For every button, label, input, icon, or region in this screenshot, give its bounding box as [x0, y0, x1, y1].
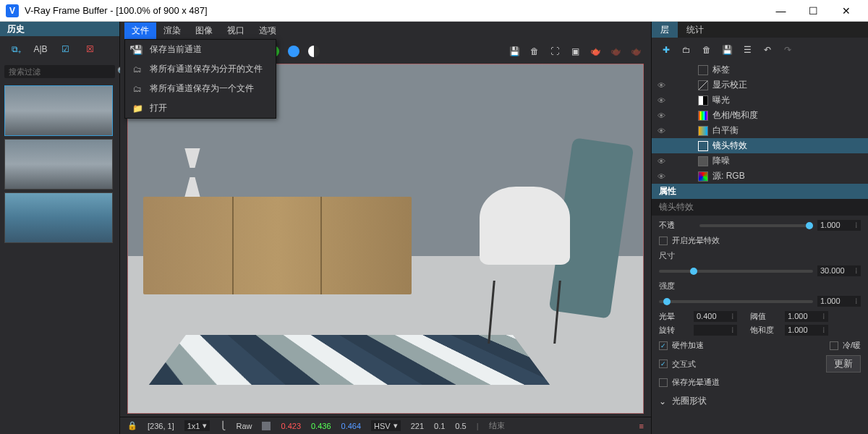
- check-icon[interactable]: ☑: [56, 42, 74, 56]
- menu-save-single[interactable]: 🗂将所有通道保存为一个文件: [125, 79, 276, 98]
- save-multi-icon: 🗂: [132, 64, 142, 75]
- statusbar: 🔒 [236, 1] 1x1▾ ⎩ Raw 0.423 0.436 0.464 …: [120, 417, 651, 434]
- save-layer-icon[interactable]: 💾: [720, 43, 734, 56]
- saturation-value[interactable]: 1.000⁞: [785, 325, 828, 336]
- delete-layer-icon[interactable]: 🗑: [699, 43, 714, 56]
- redo-icon[interactable]: ↷: [780, 43, 795, 56]
- colorspace-dropdown[interactable]: HSV▾: [371, 420, 401, 431]
- saturation-label: 饱和度: [750, 325, 779, 336]
- threshold-label: 阈值: [750, 311, 779, 322]
- right-panel: 层 统计 ✚ 🗀 🗑 💾 ☰ ↶ ↷ 标签 👁显示校正 👁曝光 👁色相/饱和度 …: [651, 22, 868, 434]
- save-single-icon: 🗂: [132, 84, 142, 94]
- history-header: 历史: [0, 22, 119, 36]
- minimize-button[interactable]: ―: [765, 0, 797, 22]
- expand-icon[interactable]: ≡: [639, 422, 644, 430]
- opacity-slider[interactable]: [699, 224, 813, 227]
- delete-tool-icon[interactable]: 🗑: [527, 43, 542, 59]
- layer-hue-sat[interactable]: 👁色相/饱和度: [652, 108, 868, 123]
- menu-file[interactable]: 文件: [124, 22, 156, 39]
- chevron-down-icon: ⌄: [659, 396, 666, 407]
- tab-layers[interactable]: 层: [652, 22, 678, 38]
- cold-warm-checkbox[interactable]: [830, 341, 838, 350]
- tab-stats[interactable]: 统计: [678, 22, 712, 38]
- menu-open[interactable]: 📁打开: [125, 98, 276, 118]
- history-thumb-3[interactable]: [4, 192, 113, 243]
- folder-icon: 📁: [132, 103, 142, 114]
- rotate-value[interactable]: ⁞: [694, 325, 737, 336]
- channel-bw[interactable]: [306, 43, 322, 59]
- intensity-slider[interactable]: [659, 300, 813, 303]
- menu-viewport[interactable]: 视口: [220, 22, 252, 39]
- channel-blue[interactable]: [286, 43, 302, 59]
- layers-toolbar: ✚ 🗀 🗑 💾 ☰ ↶ ↷: [652, 38, 868, 62]
- ab-icon[interactable]: A|B: [32, 42, 49, 56]
- region-tool-icon[interactable]: ⛶: [547, 43, 563, 59]
- delete-icon[interactable]: ☒: [81, 42, 98, 56]
- menu-image[interactable]: 图像: [188, 22, 220, 39]
- menu-save-current[interactable]: 💾保存当前通道: [125, 40, 276, 59]
- prop-intensity: 强度: [659, 281, 861, 292]
- teapot-render-icon[interactable]: 🫖: [587, 43, 603, 59]
- window-title: V-Ray Frame Buffer - [100.0% of 900 x 48…: [25, 5, 765, 16]
- layer-display-correction[interactable]: 👁显示校正: [652, 77, 868, 93]
- size-slider[interactable]: [659, 270, 813, 273]
- zoom-dropdown[interactable]: 1x1▾: [184, 420, 210, 431]
- history-sidebar: 历史 ⧉₊ A|B ☑ ☒ 🔍 ▾: [0, 22, 120, 434]
- status-s: 0.1: [434, 422, 445, 430]
- intensity-value[interactable]: 1.000⁞: [817, 296, 861, 307]
- frame-tool-icon[interactable]: ▣: [567, 43, 583, 59]
- search-input[interactable]: [4, 65, 113, 78]
- folder-layer-icon[interactable]: 🗀: [679, 43, 694, 56]
- threshold-value[interactable]: 1.000⁞: [785, 311, 828, 322]
- status-r: 0.423: [281, 422, 301, 430]
- layer-denoise[interactable]: 👁降噪: [652, 153, 868, 169]
- opacity-value[interactable]: 1.000⁞: [817, 220, 861, 231]
- add-icon[interactable]: ⧉₊: [7, 42, 25, 56]
- size-value[interactable]: 30.000⁞: [817, 265, 861, 276]
- menu-save-separate[interactable]: 🗂将所有通道保存为分开的文件: [125, 59, 276, 79]
- save-glare-checkbox[interactable]: [659, 378, 668, 387]
- update-button[interactable]: 更新: [826, 355, 861, 373]
- props-body: 不透 1.000⁞ 开启光晕特效 尺寸 30.000⁞ 强度 1.000⁞ 光晕…: [652, 216, 868, 392]
- save-tool-icon[interactable]: 💾: [506, 43, 522, 59]
- bloom-label: 光晕: [659, 311, 688, 322]
- close-button[interactable]: ✕: [830, 0, 862, 22]
- hw-accel-checkbox[interactable]: [659, 341, 668, 350]
- curve-icon[interactable]: ⎩: [220, 421, 226, 430]
- layer-white-balance[interactable]: 👁白平衡: [652, 123, 868, 138]
- layer-exposure[interactable]: 👁曝光: [652, 93, 868, 108]
- history-thumb-1[interactable]: [4, 85, 113, 136]
- status-h: 221: [411, 422, 424, 430]
- app-logo: V: [6, 4, 19, 17]
- menubar: 文件 渲染 图像 视口 选项: [120, 22, 651, 39]
- color-swatch: [262, 422, 271, 430]
- prop-enable-bloom[interactable]: 开启光晕特效: [659, 235, 861, 246]
- add-layer-icon[interactable]: ✚: [659, 43, 673, 56]
- status-mode: Raw: [236, 422, 252, 430]
- teapot-2-icon[interactable]: 🫖: [608, 43, 624, 59]
- status-g: 0.436: [311, 422, 331, 430]
- menu-options[interactable]: 选项: [252, 22, 284, 39]
- teapot-3-icon[interactable]: 🫖: [628, 43, 644, 59]
- layer-label[interactable]: 标签: [652, 62, 868, 77]
- history-toolbar: ⧉₊ A|B ☑ ☒: [0, 36, 119, 62]
- file-dropdown: 💾保存当前通道 🗂将所有通道保存为分开的文件 🗂将所有通道保存为一个文件 📁打开: [124, 39, 276, 119]
- status-b: 0.464: [341, 422, 362, 430]
- maximize-button[interactable]: ☐: [797, 0, 830, 22]
- layer-lens-fx[interactable]: 镜头特效: [652, 138, 868, 153]
- menu-render[interactable]: 渲染: [156, 22, 188, 39]
- titlebar: V V-Ray Frame Buffer - [100.0% of 900 x …: [0, 0, 868, 22]
- list-icon[interactable]: ☰: [740, 43, 754, 56]
- prop-opacity: 不透 1.000⁞: [659, 220, 861, 231]
- aperture-section[interactable]: ⌄ 光圈形状: [652, 392, 868, 410]
- rotate-label: 旋转: [659, 325, 688, 336]
- interactive-checkbox[interactable]: [659, 359, 668, 368]
- undo-icon[interactable]: ↶: [760, 43, 775, 56]
- status-end: 结束: [489, 420, 505, 431]
- bloom-value[interactable]: 0.400⁞: [694, 311, 737, 322]
- history-thumb-2[interactable]: [4, 139, 113, 190]
- lock-icon[interactable]: 🔒: [127, 421, 137, 430]
- layer-source[interactable]: 👁源: RGB: [652, 169, 868, 184]
- status-v: 0.5: [455, 422, 466, 430]
- bloom-checkbox[interactable]: [659, 237, 668, 245]
